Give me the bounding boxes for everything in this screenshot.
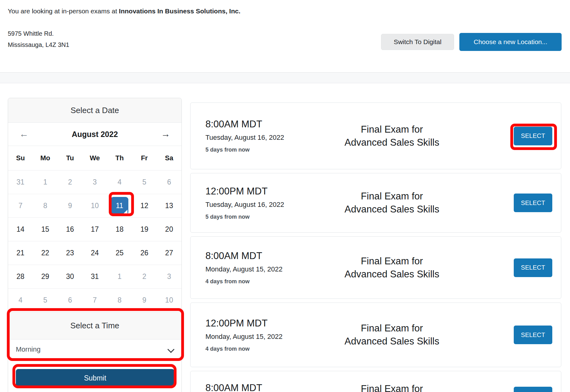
calendar-day-5[interactable]: 5 — [33, 289, 58, 312]
exam-scheduling-page: You are looking at in-person exams at In… — [0, 0, 570, 392]
calendar-day-6[interactable]: 6 — [57, 289, 82, 312]
day-number: 4 — [111, 173, 128, 191]
day-number: 2 — [136, 268, 153, 285]
exam-time: 12:00PM MDT — [205, 186, 342, 197]
day-number: 31 — [11, 173, 29, 191]
calendar-day-16[interactable]: 16 — [57, 218, 82, 241]
calendar-day-9[interactable]: 9 — [132, 289, 157, 312]
calendar-day-6[interactable]: 6 — [157, 171, 182, 194]
weekday-label-sa: Sa — [157, 154, 182, 162]
select-exam-button[interactable]: SELECT — [514, 326, 552, 344]
calendar-day-24[interactable]: 24 — [82, 241, 107, 265]
calendar-day-12[interactable]: 12 — [132, 194, 157, 217]
calendar-day-20[interactable]: 20 — [157, 218, 182, 241]
switch-to-digital-button[interactable]: Switch To Digital — [381, 34, 454, 50]
select-exam-button[interactable]: SELECT — [514, 194, 552, 212]
calendar-day-9[interactable]: 9 — [57, 194, 82, 217]
day-number: 29 — [36, 268, 54, 285]
calendar-day-3[interactable]: 3 — [82, 171, 107, 194]
day-number: 19 — [136, 221, 153, 238]
calendar-day-19[interactable]: 19 — [132, 218, 157, 241]
exam-relative-time: 5 days from now — [205, 214, 342, 220]
exam-slot-info: 8:00AM MDT Monday, August 15, 2022 4 day… — [205, 250, 342, 285]
calendar-day-21[interactable]: 21 — [8, 241, 33, 265]
calendar-day-8[interactable]: 8 — [107, 289, 132, 312]
day-number: 24 — [86, 244, 103, 262]
day-number: 10 — [160, 291, 178, 309]
day-number: 3 — [86, 173, 103, 191]
weekday-label-tu: Tu — [57, 154, 82, 162]
exam-date: Tuesday, August 16, 2022 — [205, 134, 342, 142]
calendar-day-18[interactable]: 18 — [107, 218, 132, 241]
weekday-label-mo: Mo — [33, 154, 58, 162]
calendar-day-13[interactable]: 13 — [157, 194, 182, 217]
calendar-day-15[interactable]: 15 — [33, 218, 58, 241]
exam-relative-time: 5 days from now — [205, 147, 342, 153]
calendar-day-1[interactable]: 1 — [107, 265, 132, 288]
calendar-week-row: 31123456 — [8, 170, 182, 194]
calendar-day-7[interactable]: 7 — [82, 289, 107, 312]
day-number: 9 — [136, 291, 153, 309]
calendar-day-8[interactable]: 8 — [33, 194, 58, 217]
calendar-day-31[interactable]: 31 — [8, 171, 33, 194]
calendar-day-23[interactable]: 23 — [57, 241, 82, 265]
day-number: 7 — [11, 197, 29, 215]
intro-line: You are looking at in-person exams at In… — [8, 7, 241, 15]
day-number: 8 — [111, 291, 128, 309]
exam-relative-time: 4 days from now — [205, 278, 342, 285]
calendar-day-17[interactable]: 17 — [82, 218, 107, 241]
calendar-day-29[interactable]: 29 — [33, 265, 58, 288]
calendar-day-10[interactable]: 10 — [82, 194, 107, 217]
calendar-day-27[interactable]: 27 — [157, 241, 182, 265]
calendar-day-10[interactable]: 10 — [157, 289, 182, 312]
calendar-day-3[interactable]: 3 — [157, 265, 182, 288]
time-select-dropdown[interactable]: Morning — [8, 340, 182, 359]
exam-slot-info: 8:00AM MDT Tuesday, August 16, 2022 5 da… — [205, 119, 342, 153]
submit-button[interactable]: Submit — [16, 369, 174, 387]
day-number: 26 — [136, 244, 153, 262]
calendar-day-1[interactable]: 1 — [33, 171, 58, 194]
calendar-day-2[interactable]: 2 — [57, 171, 82, 194]
exam-title: Final Exam for Advanced Sales Skills — [342, 322, 442, 348]
day-number: 4 — [11, 291, 29, 309]
next-month-arrow-icon[interactable]: → — [161, 123, 170, 145]
date-picker-title: Select a Date — [8, 98, 182, 123]
select-exam-button[interactable]: SELECT — [514, 387, 552, 392]
calendar-day-14[interactable]: 14 — [8, 218, 33, 241]
exam-date: Monday, August 15, 2022 — [205, 265, 342, 273]
calendar-day-22[interactable]: 22 — [33, 241, 58, 265]
choose-new-location-button[interactable]: Choose a new Location... — [459, 33, 562, 51]
exam-title: Final Exam for Advanced Sales Skills — [342, 190, 442, 216]
calendar-day-11[interactable]: 11 — [107, 194, 132, 217]
chevron-down-icon — [168, 346, 175, 353]
calendar-day-28[interactable]: 28 — [8, 265, 33, 288]
calendar-day-31[interactable]: 31 — [82, 265, 107, 288]
day-number: 14 — [11, 221, 29, 238]
day-number: 1 — [111, 268, 128, 285]
calendar-day-5[interactable]: 5 — [132, 171, 157, 194]
exam-title: Final Exam for Advanced Sales Skills — [342, 123, 442, 149]
calendar-day-7[interactable]: 7 — [8, 194, 33, 217]
exam-date: Tuesday, August 16, 2022 — [205, 201, 342, 209]
calendar-day-4[interactable]: 4 — [107, 171, 132, 194]
exam-slot-info: 12:00PM MDT Tuesday, August 16, 2022 5 d… — [205, 186, 342, 220]
day-number: 13 — [160, 197, 178, 215]
day-number: 25 — [111, 244, 128, 262]
day-number: 22 — [36, 244, 54, 262]
day-number: 2 — [61, 173, 79, 191]
prev-month-arrow-icon[interactable]: ← — [19, 123, 29, 145]
intro-text: You are looking at in-person exams at — [8, 7, 119, 15]
calendar-day-4[interactable]: 4 — [8, 289, 33, 312]
calendar-day-2[interactable]: 2 — [132, 265, 157, 288]
calendar-day-25[interactable]: 25 — [107, 241, 132, 265]
day-number: 16 — [61, 221, 79, 238]
day-number: 30 — [61, 268, 79, 285]
address-line-1: 5975 Whittle Rd. — [8, 28, 69, 39]
day-number: 12 — [136, 197, 153, 215]
day-number: 17 — [86, 221, 103, 238]
calendar-day-30[interactable]: 30 — [57, 265, 82, 288]
calendar-day-26[interactable]: 26 — [132, 241, 157, 265]
exam-title: Final Exam for Advanced Sales Skills — [342, 255, 442, 281]
select-exam-button[interactable]: SELECT — [514, 258, 552, 277]
select-exam-button[interactable]: SELECT — [514, 127, 552, 145]
